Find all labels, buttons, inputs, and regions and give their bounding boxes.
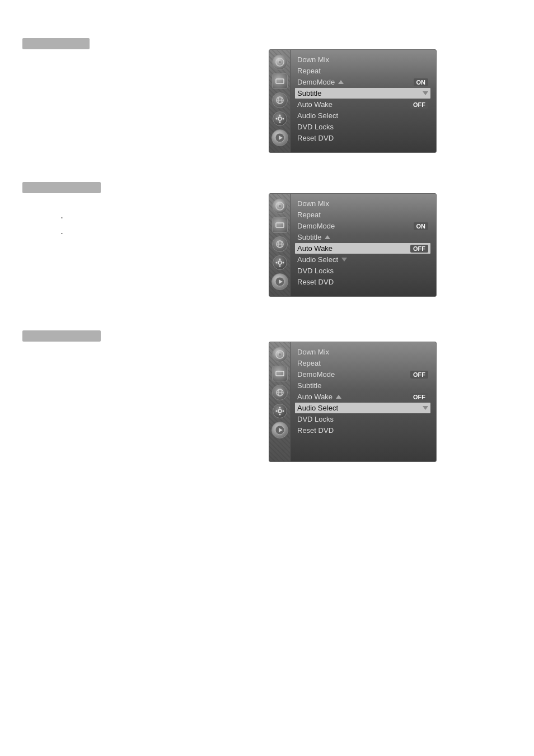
status-autowake-1: OFF	[410, 101, 428, 109]
icon-sidebar-2	[269, 194, 291, 296]
disc-icon-1[interactable]	[272, 54, 288, 70]
settings-icon-2[interactable]	[273, 255, 287, 270]
menu-item-resetdvd-2[interactable]: Reset DVD	[295, 277, 430, 287]
arrow-up-autowake-3	[336, 395, 341, 399]
status-demomode-1: ON	[414, 78, 429, 86]
menu-item-audioselect-2[interactable]: Audio Select	[295, 254, 430, 265]
bullet-2: ·	[60, 227, 63, 239]
section1-bar	[22, 38, 90, 49]
status-autowake-2: OFF	[410, 245, 428, 253]
svg-point-10	[282, 118, 284, 120]
icon-sidebar-3	[269, 342, 291, 461]
svg-rect-15	[276, 223, 284, 227]
globe-icon-1[interactable]	[272, 92, 288, 108]
play-icon-3[interactable]	[271, 422, 288, 438]
menu-item-repeat-3[interactable]: Repeat	[295, 358, 430, 368]
svg-point-23	[282, 262, 284, 264]
settings-icon-1[interactable]	[273, 111, 287, 126]
svg-point-6	[278, 117, 282, 120]
menu-item-autowake-3[interactable]: Auto Wake OFF	[295, 391, 430, 402]
svg-point-32	[278, 409, 282, 413]
menu-item-downmix-2[interactable]: Down Mix	[295, 198, 430, 209]
menu-item-downmix-3[interactable]: Down Mix	[295, 347, 430, 357]
menu-item-dvdlocks-3[interactable]: DVD Locks	[295, 414, 430, 424]
panel1: Down Mix Repeat DemoMode ON Subtitle	[269, 49, 437, 153]
bullet-1: ·	[60, 212, 63, 223]
menu-item-demomode-3[interactable]: DemoMode OFF	[295, 369, 430, 380]
svg-point-35	[275, 410, 277, 412]
menu-item-resetdvd-3[interactable]: Reset DVD	[295, 425, 430, 436]
menu-item-subtitle-3[interactable]: Subtitle	[295, 380, 430, 391]
play-icon-2[interactable]	[271, 273, 288, 290]
panel3: Down Mix Repeat DemoMode OFF Subtitle Au…	[269, 342, 437, 462]
svg-point-22	[275, 262, 277, 264]
svg-point-27	[279, 353, 281, 356]
arrow-down-audioselect-3	[423, 406, 428, 410]
menu-item-repeat-2[interactable]: Repeat	[295, 209, 430, 220]
play-icon-1[interactable]	[271, 129, 288, 146]
svg-point-1	[279, 61, 281, 63]
svg-point-19	[278, 261, 282, 264]
arrow-up-demomode-1	[338, 80, 344, 84]
menu-item-repeat-1[interactable]: Repeat	[295, 66, 430, 76]
svg-point-34	[279, 414, 280, 416]
arrow-down-audioselect-2	[341, 258, 347, 262]
menu-item-downmix-1[interactable]: Down Mix	[295, 54, 430, 65]
status-autowake-3: OFF	[410, 393, 428, 401]
menu-item-dvdlocks-1[interactable]: DVD Locks	[295, 122, 430, 132]
menu-item-demomode-1[interactable]: DemoMode ON	[295, 77, 430, 87]
status-demomode-2: ON	[414, 222, 429, 230]
globe-icon-2[interactable]	[272, 236, 288, 252]
panel2: Down Mix Repeat DemoMode ON Subtitle Aut…	[269, 193, 437, 297]
flat-icon-1[interactable]	[272, 73, 288, 89]
settings-icon-3[interactable]	[273, 404, 287, 418]
menu-area-2: Down Mix Repeat DemoMode ON Subtitle Aut…	[291, 194, 436, 296]
svg-rect-28	[276, 371, 284, 376]
svg-point-7	[279, 115, 280, 116]
menu-item-subtitle-2[interactable]: Subtitle	[295, 232, 430, 242]
menu-item-dvdlocks-2[interactable]: DVD Locks	[295, 265, 430, 276]
disc-icon-2[interactable]	[272, 198, 288, 214]
menu-item-audioselect-3[interactable]: Audio Select	[295, 403, 430, 413]
arrow-down-subtitle-1	[423, 91, 428, 95]
svg-point-9	[275, 118, 277, 120]
flat-icon-2[interactable]	[272, 217, 288, 233]
svg-rect-2	[276, 79, 284, 83]
svg-point-36	[282, 410, 284, 412]
menu-item-resetdvd-1[interactable]: Reset DVD	[295, 133, 430, 143]
globe-icon-3[interactable]	[272, 385, 288, 400]
menu-area-1: Down Mix Repeat DemoMode ON Subtitle	[291, 50, 436, 152]
svg-point-20	[279, 259, 280, 260]
arrow-up-subtitle-2	[325, 235, 330, 239]
icon-sidebar-1	[269, 50, 291, 152]
svg-point-21	[279, 265, 280, 267]
svg-point-8	[279, 122, 280, 123]
status-demomode-3: OFF	[410, 371, 428, 379]
menu-item-audioselect-1[interactable]: Audio Select	[295, 110, 430, 121]
menu-area-3: Down Mix Repeat DemoMode OFF Subtitle Au…	[291, 342, 436, 461]
svg-point-14	[279, 205, 281, 207]
svg-point-33	[279, 407, 280, 409]
disc-icon-3[interactable]	[272, 347, 288, 362]
menu-item-autowake-1[interactable]: Auto Wake OFF	[295, 99, 430, 110]
menu-item-autowake-2[interactable]: Auto Wake OFF	[295, 243, 430, 254]
section2-bar	[22, 182, 101, 193]
menu-item-demomode-2[interactable]: DemoMode ON	[295, 221, 430, 231]
flat-icon-3[interactable]	[272, 366, 288, 381]
section3-bar	[22, 330, 101, 342]
menu-item-subtitle-1[interactable]: Subtitle	[295, 88, 430, 99]
